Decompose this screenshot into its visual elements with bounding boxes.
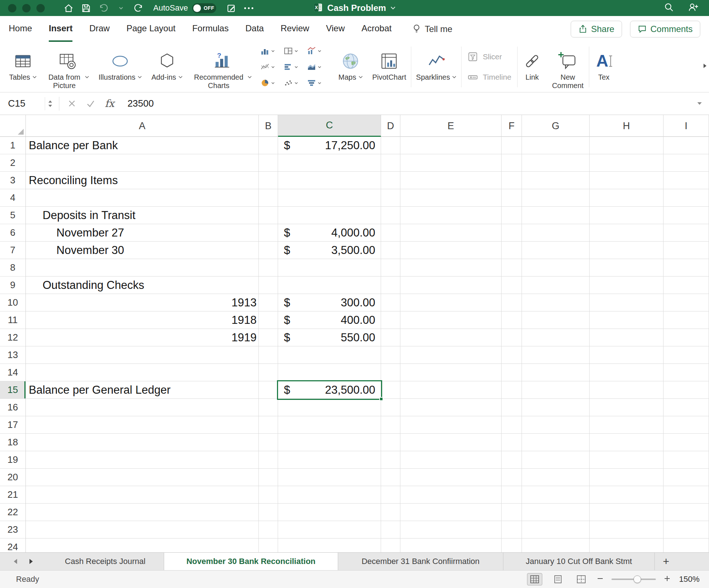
cell-F3[interactable]	[502, 172, 522, 189]
cell-A20[interactable]	[26, 469, 259, 486]
column-header-F[interactable]: F	[502, 115, 522, 137]
cell-H17[interactable]	[590, 416, 664, 434]
cell-C12[interactable]: $550.00	[278, 329, 381, 346]
cell-C17[interactable]	[278, 416, 381, 434]
cell-A14[interactable]	[26, 364, 259, 381]
cell-F10[interactable]	[502, 294, 522, 311]
cell-I18[interactable]	[664, 434, 709, 451]
cell-G15[interactable]	[522, 381, 590, 399]
cell-B7[interactable]	[259, 242, 278, 259]
cell-C10[interactable]: $300.00	[278, 294, 381, 311]
cell-D10[interactable]	[381, 294, 400, 311]
cell-D19[interactable]	[381, 451, 400, 469]
cell-H14[interactable]	[590, 364, 664, 381]
sheet-nav-right-icon[interactable]	[29, 558, 34, 565]
cell-E24[interactable]	[400, 539, 502, 552]
column-chart-button[interactable]	[260, 43, 284, 59]
cell-I19[interactable]	[664, 451, 709, 469]
cell-D22[interactable]	[381, 504, 400, 521]
bar-chart-button[interactable]	[284, 59, 307, 75]
cell-I14[interactable]	[664, 364, 709, 381]
cell-I2[interactable]	[664, 154, 709, 172]
cell-G19[interactable]	[522, 451, 590, 469]
cell-B24[interactable]	[259, 539, 278, 552]
illustrations-button[interactable]: Illustrations	[99, 42, 142, 92]
hierarchy-chart-button[interactable]	[284, 43, 307, 59]
cell-A3[interactable]: Reconciling Items	[26, 172, 259, 189]
cell-F18[interactable]	[502, 434, 522, 451]
cell-F11[interactable]	[502, 311, 522, 329]
sparklines-button[interactable]: Sparklines	[416, 42, 456, 92]
cell-A8[interactable]	[26, 259, 259, 277]
column-header-I[interactable]: I	[664, 115, 709, 137]
row-header-7[interactable]: 7	[0, 242, 26, 259]
cell-E16[interactable]	[400, 399, 502, 416]
cell-H10[interactable]	[590, 294, 664, 311]
cell-F20[interactable]	[502, 469, 522, 486]
maps-button[interactable]: Maps	[338, 42, 363, 92]
zoom-out-button[interactable]	[597, 575, 603, 584]
cell-H24[interactable]	[590, 539, 664, 552]
cell-E23[interactable]	[400, 521, 502, 539]
share-people-icon[interactable]	[688, 2, 699, 14]
column-header-A[interactable]: A	[26, 115, 259, 137]
cell-I4[interactable]	[664, 189, 709, 207]
cell-F16[interactable]	[502, 399, 522, 416]
cell-E6[interactable]	[400, 224, 502, 242]
cell-A18[interactable]	[26, 434, 259, 451]
stepper-down-icon[interactable]	[48, 104, 52, 107]
cell-B18[interactable]	[259, 434, 278, 451]
cell-A16[interactable]	[26, 399, 259, 416]
cell-I17[interactable]	[664, 416, 709, 434]
cell-B9[interactable]	[259, 277, 278, 294]
cell-C6[interactable]: $4,000.00	[278, 224, 381, 242]
cell-D1[interactable]	[381, 137, 400, 154]
column-header-G[interactable]: G	[522, 115, 590, 137]
cell-E9[interactable]	[400, 277, 502, 294]
cell-E2[interactable]	[400, 154, 502, 172]
redo-icon[interactable]	[132, 2, 144, 14]
cell-A9[interactable]: Outstanding Checks	[26, 277, 259, 294]
row-header-3[interactable]: 3	[0, 172, 26, 189]
share-button[interactable]: Share	[571, 21, 622, 37]
cell-C19[interactable]	[278, 451, 381, 469]
zoom-window-button[interactable]	[36, 4, 45, 12]
tab-page-layout[interactable]: Page Layout	[126, 16, 175, 42]
cell-H13[interactable]	[590, 346, 664, 364]
ribbon-scroll-right-icon[interactable]	[703, 63, 707, 70]
cell-D16[interactable]	[381, 399, 400, 416]
cell-F13[interactable]	[502, 346, 522, 364]
cell-G16[interactable]	[522, 399, 590, 416]
document-title[interactable]: Cash Problem	[327, 3, 386, 13]
tab-review[interactable]: Review	[281, 16, 309, 42]
cell-I1[interactable]	[664, 137, 709, 154]
tab-data[interactable]: Data	[245, 16, 264, 42]
cell-H22[interactable]	[590, 504, 664, 521]
tab-acrobat[interactable]: Acrobat	[361, 16, 392, 42]
cell-G1[interactable]	[522, 137, 590, 154]
row-header-20[interactable]: 20	[0, 469, 26, 486]
area-chart-button[interactable]	[307, 59, 330, 75]
cell-F17[interactable]	[502, 416, 522, 434]
cell-G23[interactable]	[522, 521, 590, 539]
cell-H8[interactable]	[590, 259, 664, 277]
row-header-6[interactable]: 6	[0, 224, 26, 242]
undo-chevron-icon[interactable]	[115, 2, 127, 14]
cell-A21[interactable]	[26, 486, 259, 504]
row-header-8[interactable]: 8	[0, 259, 26, 277]
comments-button[interactable]: Comments	[630, 21, 700, 37]
cell-F5[interactable]	[502, 207, 522, 224]
cell-G17[interactable]	[522, 416, 590, 434]
row-header-17[interactable]: 17	[0, 416, 26, 434]
cell-F24[interactable]	[502, 539, 522, 552]
cell-F23[interactable]	[502, 521, 522, 539]
cell-H21[interactable]	[590, 486, 664, 504]
expand-formula-bar-icon[interactable]	[697, 100, 702, 107]
cell-G6[interactable]	[522, 224, 590, 242]
tab-draw[interactable]: Draw	[89, 16, 110, 42]
cell-D12[interactable]	[381, 329, 400, 346]
formula-input[interactable]: 23500	[127, 98, 154, 109]
title-chevron-icon[interactable]	[391, 5, 396, 11]
cell-H7[interactable]	[590, 242, 664, 259]
cell-H11[interactable]	[590, 311, 664, 329]
